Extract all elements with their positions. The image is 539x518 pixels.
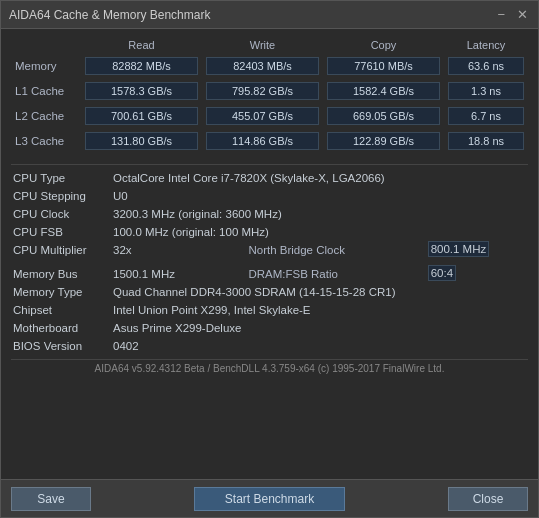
bench-label: Memory [11,55,81,77]
col-header-latency: Latency [444,37,528,55]
col-header-read: Read [81,37,202,55]
cpu-multiplier-value: 32x [111,241,218,259]
col-header-copy: Copy [323,37,444,55]
col-header-label [11,37,81,55]
dram-fsb-value: 60:4 [428,265,456,281]
memory-type-value: Quad Channel DDR4-3000 SDRAM (14-15-15-2… [111,283,528,301]
info-row-memory-bus: Memory Bus 1500.1 MHz DRAM:FSB Ratio 60:… [11,265,528,283]
cpu-type-label: CPU Type [11,169,111,187]
info-row-bios: BIOS Version 0402 [11,337,528,355]
divider-1 [11,164,528,165]
titlebar-buttons: − ✕ [495,8,530,21]
cpu-type-value: OctalCore Intel Core i7-7820X (Skylake-X… [111,169,528,187]
memory-bus-value: 1500.1 MHz [111,265,218,283]
north-bridge-value: 800.1 MHz [428,241,490,257]
bench-latency: 1.3 ns [448,82,524,100]
memory-bus-label: Memory Bus [11,265,111,283]
content-area: Read Write Copy Latency Memory 82882 MB/… [1,29,538,479]
benchmark-table: Read Write Copy Latency Memory 82882 MB/… [11,37,528,152]
bench-label: L1 Cache [11,80,81,102]
dram-fsb-label: DRAM:FSB Ratio [218,265,427,283]
memory-type-label: Memory Type [11,283,111,301]
minimize-button[interactable]: − [495,8,507,21]
bench-latency: 6.7 ns [448,107,524,125]
bench-latency: 63.6 ns [448,57,524,75]
cpu-fsb-label: CPU FSB [11,223,111,241]
bottom-bar: Save Start Benchmark Close [1,479,538,517]
bench-write: 795.82 GB/s [206,82,319,100]
bench-read: 1578.3 GB/s [85,82,198,100]
cpu-clock-label: CPU Clock [11,205,111,223]
bios-value: 0402 [111,337,528,355]
bench-row-l1-cache: L1 Cache 1578.3 GB/s 795.82 GB/s 1582.4 … [11,80,528,102]
bench-label: L2 Cache [11,105,81,127]
cpu-multiplier-label: CPU Multiplier [11,241,111,259]
bios-label: BIOS Version [11,337,111,355]
info-row-cpu-multiplier: CPU Multiplier 32x North Bridge Clock 80… [11,241,528,259]
bench-copy: 669.05 GB/s [327,107,440,125]
close-button-bottom[interactable]: Close [448,487,528,511]
info-row-cpu-clock: CPU Clock 3200.3 MHz (original: 3600 MHz… [11,205,528,223]
info-table: CPU Type OctalCore Intel Core i7-7820X (… [11,169,528,355]
bench-read: 82882 MB/s [85,57,198,75]
cpu-clock-value: 3200.3 MHz (original: 3600 MHz) [111,205,528,223]
bench-row-l3-cache: L3 Cache 131.80 GB/s 114.86 GB/s 122.89 … [11,130,528,152]
cpu-stepping-value: U0 [111,187,528,205]
chipset-label: Chipset [11,301,111,319]
bench-write: 114.86 GB/s [206,132,319,150]
info-row-cpu-type: CPU Type OctalCore Intel Core i7-7820X (… [11,169,528,187]
info-row-cpu-fsb: CPU FSB 100.0 MHz (original: 100 MHz) [11,223,528,241]
titlebar: AIDA64 Cache & Memory Benchmark − ✕ [1,1,538,29]
north-bridge-label: North Bridge Clock [218,241,427,259]
bench-copy: 1582.4 GB/s [327,82,440,100]
bench-row-memory: Memory 82882 MB/s 82403 MB/s 77610 MB/s … [11,55,528,77]
motherboard-value: Asus Prime X299-Deluxe [111,319,528,337]
close-button[interactable]: ✕ [515,8,530,21]
col-header-write: Write [202,37,323,55]
info-row-cpu-stepping: CPU Stepping U0 [11,187,528,205]
bench-copy: 122.89 GB/s [327,132,440,150]
cpu-stepping-label: CPU Stepping [11,187,111,205]
bench-copy: 77610 MB/s [327,57,440,75]
start-benchmark-button[interactable]: Start Benchmark [194,487,345,511]
main-window: AIDA64 Cache & Memory Benchmark − ✕ Read… [0,0,539,518]
footer-note: AIDA64 v5.92.4312 Beta / BenchDLL 4.3.75… [11,359,528,377]
chipset-value: Intel Union Point X299, Intel Skylake-E [111,301,528,319]
info-row-memory-type: Memory Type Quad Channel DDR4-3000 SDRAM… [11,283,528,301]
bench-row-l2-cache: L2 Cache 700.61 GB/s 455.07 GB/s 669.05 … [11,105,528,127]
bench-read: 131.80 GB/s [85,132,198,150]
info-row-motherboard: Motherboard Asus Prime X299-Deluxe [11,319,528,337]
bench-latency: 18.8 ns [448,132,524,150]
info-row-chipset: Chipset Intel Union Point X299, Intel Sk… [11,301,528,319]
bench-write: 455.07 GB/s [206,107,319,125]
bench-label: L3 Cache [11,130,81,152]
save-button[interactable]: Save [11,487,91,511]
bench-read: 700.61 GB/s [85,107,198,125]
motherboard-label: Motherboard [11,319,111,337]
cpu-fsb-value: 100.0 MHz (original: 100 MHz) [111,223,528,241]
window-title: AIDA64 Cache & Memory Benchmark [9,8,210,22]
bench-write: 82403 MB/s [206,57,319,75]
